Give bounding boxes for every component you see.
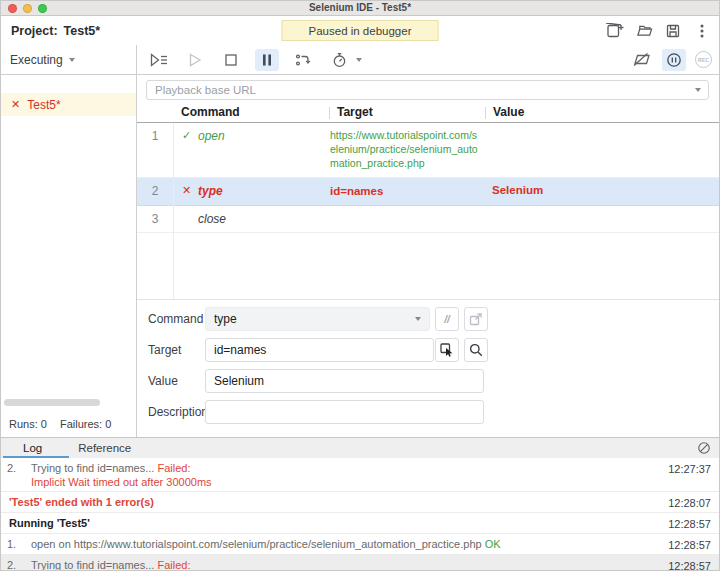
run-all-tests-button[interactable] bbox=[147, 49, 171, 71]
value-cell bbox=[486, 123, 719, 135]
select-target-icon bbox=[439, 342, 455, 358]
value-field-label: Value bbox=[148, 374, 178, 388]
log-text: Trying to find id=names... bbox=[31, 462, 154, 474]
tab-log[interactable]: Log bbox=[11, 438, 54, 458]
log-entry: 2.Trying to find id=names... Failed: Imp… bbox=[1, 555, 719, 571]
open-new-window-button[interactable] bbox=[464, 307, 488, 331]
row-number: 2 bbox=[137, 178, 173, 198]
project-label: Project: bbox=[11, 24, 58, 38]
cross-icon: ✕ bbox=[182, 184, 192, 197]
log-entry: 'Test5' ended with 1 error(s) 12:28:07 bbox=[1, 492, 719, 513]
target-cell: https://www.tutorialspoint.com/selenium/… bbox=[330, 123, 486, 177]
sidebar-item-test5[interactable]: ✕ Test5* bbox=[1, 93, 136, 116]
disable-breakpoints-icon bbox=[632, 52, 651, 67]
active-tab-underline bbox=[3, 456, 69, 458]
command-field-label: Command bbox=[148, 312, 203, 326]
play-icon bbox=[189, 53, 202, 67]
log-timestamp: 12:28:07 bbox=[668, 495, 711, 510]
value-input[interactable] bbox=[205, 369, 484, 393]
log-timestamp: 12:28:57 bbox=[668, 558, 711, 571]
open-new-window-icon bbox=[468, 311, 484, 327]
test-stats: Runs: 0 Failures: 0 bbox=[9, 418, 111, 430]
table-row-open[interactable]: 1 ✓ open https://www.tutorialspoint.com/… bbox=[137, 123, 719, 178]
test-failed-icon: ✕ bbox=[11, 98, 20, 111]
record-button[interactable]: REC bbox=[695, 51, 712, 68]
log-error-detail: Implicit Wait timed out after 30000ms bbox=[31, 475, 668, 489]
description-input[interactable] bbox=[205, 400, 484, 424]
stop-button[interactable] bbox=[219, 49, 243, 71]
command-select[interactable]: type bbox=[205, 307, 430, 331]
command-form: Command type // Target bbox=[137, 299, 719, 437]
log-timestamp: 12:28:57 bbox=[668, 537, 711, 552]
pause-button[interactable] bbox=[255, 49, 279, 71]
row-number: 3 bbox=[137, 206, 173, 226]
new-project-button[interactable] bbox=[606, 22, 624, 40]
column-header-value: Value bbox=[493, 105, 524, 119]
target-input[interactable] bbox=[205, 338, 434, 362]
selenium-ide-window: Selenium IDE - Test5* Project: Test5* Pa… bbox=[0, 0, 720, 571]
more-menu-icon bbox=[700, 23, 704, 39]
open-project-button[interactable] bbox=[635, 22, 653, 40]
log-text: open on https://www.tutorialspoint.com/s… bbox=[31, 538, 482, 550]
command-cell: close bbox=[198, 212, 226, 226]
command-select-value: type bbox=[214, 312, 237, 326]
log-step-number: 1. bbox=[7, 537, 31, 551]
target-cell bbox=[330, 206, 486, 218]
playback-base-url-input[interactable] bbox=[146, 80, 709, 100]
step-over-button[interactable] bbox=[291, 49, 315, 71]
new-project-icon bbox=[606, 23, 624, 39]
log-panel: Log Reference 2.Trying to find id=names.… bbox=[1, 437, 719, 571]
target-field-label: Target bbox=[148, 343, 181, 357]
test-state-dropdown[interactable]: Executing bbox=[1, 45, 137, 74]
table-row-close[interactable]: 3 close bbox=[137, 206, 719, 233]
pause-on-exceptions-button[interactable] bbox=[662, 49, 686, 71]
stop-icon bbox=[225, 54, 237, 66]
table-row-type-selected[interactable]: 2 ✕ type id=names Selenium bbox=[137, 178, 719, 206]
disable-breakpoints-button[interactable] bbox=[629, 49, 653, 71]
more-menu-button[interactable] bbox=[693, 22, 711, 40]
save-project-button[interactable] bbox=[664, 22, 682, 40]
command-cell: type bbox=[198, 184, 223, 198]
test-speed-button[interactable] bbox=[327, 49, 351, 71]
playback-url-caret-icon[interactable] bbox=[695, 88, 701, 92]
select-target-button[interactable] bbox=[435, 338, 459, 362]
log-tabbar: Log Reference bbox=[1, 437, 719, 458]
find-target-button[interactable] bbox=[464, 338, 488, 362]
column-divider bbox=[485, 107, 486, 119]
column-divider bbox=[329, 107, 330, 119]
search-icon bbox=[468, 342, 484, 358]
test-editor: Command Target Value 1 ✓ open https://ww… bbox=[137, 75, 719, 437]
log-timestamp: 12:27:37 bbox=[668, 461, 711, 476]
log-entry: 1.open on https://www.tutorialspoint.com… bbox=[1, 534, 719, 555]
log-text: 'Test5' ended with 1 error(s) bbox=[7, 495, 668, 509]
clear-log-button[interactable] bbox=[697, 441, 711, 455]
log-entry: 2.Trying to find id=names... Failed: Imp… bbox=[1, 458, 719, 492]
value-cell bbox=[486, 206, 719, 218]
log-text: Trying to find id=names... bbox=[31, 559, 154, 571]
toolbar: Executing bbox=[1, 45, 719, 75]
run-all-icon bbox=[150, 53, 168, 67]
value-cell: Selenium bbox=[486, 178, 719, 202]
test-name: Test5* bbox=[27, 98, 60, 112]
speed-caret-icon[interactable] bbox=[356, 58, 362, 62]
log-text: Running 'Test5' bbox=[7, 516, 668, 530]
runs-count: Runs: 0 bbox=[9, 418, 47, 430]
test-state-label: Executing bbox=[10, 53, 63, 67]
comment-slashes-icon: // bbox=[444, 314, 450, 325]
target-cell: id=names bbox=[330, 178, 486, 205]
log-ok-label: OK bbox=[485, 538, 501, 550]
log-step-number: 2. bbox=[7, 558, 31, 571]
row-number: 1 bbox=[137, 123, 173, 143]
chevron-down-icon bbox=[415, 317, 421, 321]
tests-sidebar: ✕ Test5* Runs: 0 Failures: 0 bbox=[1, 75, 137, 437]
open-project-icon bbox=[636, 23, 653, 38]
project-name: Test5* bbox=[64, 24, 101, 38]
sidebar-scrollbar[interactable] bbox=[4, 399, 100, 406]
run-current-test-button[interactable] bbox=[183, 49, 207, 71]
toggle-comment-button[interactable]: // bbox=[435, 307, 459, 331]
command-cell: open bbox=[198, 129, 225, 143]
step-over-icon bbox=[295, 52, 311, 68]
pause-icon bbox=[262, 54, 272, 66]
failures-count: Failures: 0 bbox=[60, 418, 111, 430]
tab-reference[interactable]: Reference bbox=[66, 438, 143, 458]
